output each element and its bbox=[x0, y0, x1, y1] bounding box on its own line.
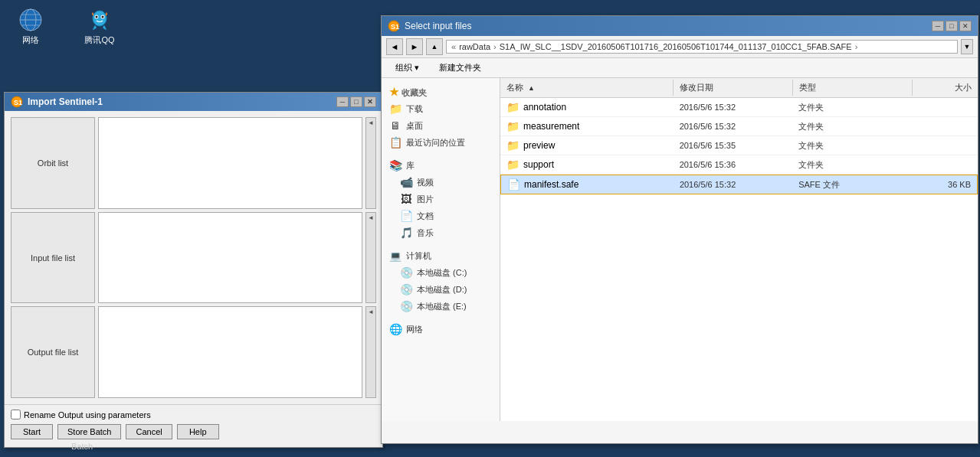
file-type-cell: 文件夹 bbox=[792, 100, 912, 115]
desktop: 网络 腾讯QQ bbox=[0, 0, 980, 457]
back-button[interactable]: ◄ bbox=[386, 38, 403, 55]
output-panel: Output file list ◄ bbox=[11, 306, 376, 398]
table-row[interactable]: 📄manifest.safe2016/5/6 15:32SAFE 文件36 KB bbox=[500, 175, 978, 194]
rename-checkbox[interactable] bbox=[11, 410, 21, 419]
folder-icon: 📁 bbox=[506, 101, 519, 113]
sidebar-item-recent[interactable]: 📋 最近访问的位置 bbox=[385, 134, 497, 151]
drive-c-label: 本地磁盘 (C:) bbox=[417, 267, 467, 279]
svg-text:S1: S1 bbox=[14, 99, 22, 106]
sidebar-item-network[interactable]: 🌐 网络 bbox=[385, 321, 497, 338]
dialog-close-button[interactable]: ✕ bbox=[959, 21, 972, 31]
output-scroll-arrow: ◄ bbox=[368, 308, 374, 315]
sidebar-item-download[interactable]: 📁 下载 bbox=[385, 100, 497, 117]
new-folder-button[interactable]: 新建文件夹 bbox=[433, 60, 487, 75]
file-size-cell: 36 KB bbox=[911, 178, 977, 191]
col-date-label: 修改日期 bbox=[680, 83, 713, 92]
col-header-type[interactable]: 类型 bbox=[793, 80, 913, 96]
output-list[interactable] bbox=[98, 306, 362, 398]
input-list[interactable] bbox=[98, 212, 362, 304]
batch-label: Batch bbox=[71, 442, 93, 451]
col-size-label: 大小 bbox=[955, 83, 972, 92]
path-dropdown-button[interactable]: ▼ bbox=[961, 39, 973, 54]
file-size-cell bbox=[912, 144, 978, 147]
table-row[interactable]: 📁measurement2016/5/6 15:32文件夹 bbox=[500, 117, 978, 136]
drive-e-icon: 💿 bbox=[400, 300, 412, 312]
output-label-text: Output file list bbox=[28, 348, 79, 357]
orbit-scrollbar[interactable]: ◄ bbox=[365, 117, 376, 209]
path-bar[interactable]: « rawData › S1A_IW_SLC__1SDV_20160506T10… bbox=[446, 40, 958, 54]
dialog-minimize-button[interactable]: ─ bbox=[932, 21, 944, 31]
desktop-icon-sidebar: 🖥 bbox=[389, 119, 402, 132]
rename-checkbox-label[interactable]: Rename Output using parameters bbox=[11, 410, 151, 419]
sidebar-library-header[interactable]: 📚 库 bbox=[385, 157, 497, 174]
sidebar-item-drive-e[interactable]: 💿 本地磁盘 (E:) bbox=[385, 298, 497, 315]
sidebar-item-music[interactable]: 🎵 音乐 bbox=[385, 224, 497, 241]
recent-icon: 📋 bbox=[389, 136, 402, 149]
help-button[interactable]: Help bbox=[177, 424, 219, 439]
video-label: 视频 bbox=[417, 177, 434, 188]
file-list-header: 名称 ▲ 修改日期 类型 大小 bbox=[500, 78, 978, 98]
network-desktop-icon[interactable]: 网络 bbox=[8, 8, 54, 46]
store-batch-button[interactable]: Store Batch bbox=[57, 424, 121, 439]
close-button[interactable]: ✕ bbox=[364, 96, 376, 107]
computer-icon: 💻 bbox=[389, 250, 402, 262]
file-size-cell bbox=[912, 106, 978, 109]
qq-icon bbox=[87, 8, 112, 32]
file-name-text: annotation bbox=[523, 102, 566, 113]
import-body: Orbit list ◄ Input file list ◄ bbox=[5, 111, 382, 404]
favorites-label: 收藏夹 bbox=[402, 88, 427, 97]
folder-icon: 📁 bbox=[506, 158, 519, 171]
sidebar-computer-header[interactable]: 💻 计算机 bbox=[385, 247, 497, 264]
sidebar-item-documents[interactable]: 📄 文档 bbox=[385, 207, 497, 224]
orbit-list[interactable] bbox=[98, 117, 362, 209]
import-footer: Rename Output using parameters Start Sto… bbox=[5, 404, 382, 444]
file-name-cell: 📁support bbox=[500, 157, 674, 172]
col-header-date[interactable]: 修改日期 bbox=[674, 80, 793, 96]
file-name-text: preview bbox=[523, 140, 555, 151]
col-header-size[interactable]: 大小 bbox=[913, 80, 978, 96]
up-button[interactable]: ▲ bbox=[426, 38, 443, 55]
table-row[interactable]: 📁support2016/5/6 15:36文件夹 bbox=[500, 155, 978, 175]
folder-icon: 📁 bbox=[506, 139, 519, 152]
sidebar-item-desktop[interactable]: 🖥 桌面 bbox=[385, 117, 497, 134]
sidebar-item-video[interactable]: 📹 视频 bbox=[385, 174, 497, 191]
sort-arrow: ▲ bbox=[528, 84, 535, 92]
table-row[interactable]: 📁preview2016/5/6 15:35文件夹 bbox=[500, 136, 978, 155]
cancel-button[interactable]: Cancel bbox=[126, 424, 172, 439]
music-icon: 🎵 bbox=[400, 227, 412, 239]
sidebar-item-pictures[interactable]: 🖼 图片 bbox=[385, 191, 497, 207]
qq-desktop-icon[interactable]: 腾讯QQ bbox=[77, 8, 123, 46]
file-name-cell: 📁annotation bbox=[500, 100, 674, 115]
favorites-section: ★ 收藏夹 📁 下载 🖥 桌面 📋 最近访问的位置 bbox=[385, 84, 497, 151]
maximize-button[interactable]: □ bbox=[350, 96, 362, 107]
sidebar-recent-label: 最近访问的位置 bbox=[406, 137, 465, 149]
output-scrollbar[interactable]: ◄ bbox=[365, 306, 376, 398]
file-type-cell: SAFE 文件 bbox=[792, 178, 911, 192]
col-type-label: 类型 bbox=[799, 83, 816, 92]
rename-label-text: Rename Output using parameters bbox=[24, 410, 151, 419]
sidebar-item-drive-d[interactable]: 💿 本地磁盘 (D:) bbox=[385, 281, 497, 298]
organize-button[interactable]: 组织 ▾ bbox=[389, 60, 425, 75]
drive-c-icon: 💿 bbox=[400, 266, 412, 279]
music-label: 音乐 bbox=[417, 227, 434, 239]
minimize-button[interactable]: ─ bbox=[336, 96, 349, 107]
import-titlebar: S1 Import Sentinel-1 ─ □ ✕ bbox=[5, 93, 382, 111]
path-segment-safe[interactable]: S1A_IW_SLC__1SDV_20160506T101716_2016050… bbox=[500, 42, 852, 51]
file-dialog-titlebar: S1 Select input files ─ □ ✕ bbox=[382, 16, 978, 36]
orbit-label: Orbit list bbox=[11, 117, 95, 209]
file-name-text: manifest.safe bbox=[524, 179, 578, 190]
col-header-name[interactable]: 名称 ▲ bbox=[500, 80, 674, 96]
file-date-cell: 2016/5/6 15:36 bbox=[674, 158, 793, 171]
dialog-maximize-button[interactable]: □ bbox=[946, 21, 958, 31]
file-name-text: measurement bbox=[523, 121, 579, 132]
import-window-title: Import Sentinel-1 bbox=[28, 96, 103, 107]
table-row[interactable]: 📁annotation2016/5/6 15:32文件夹 bbox=[500, 98, 978, 117]
input-scrollbar[interactable]: ◄ bbox=[365, 212, 376, 304]
col-name-label: 名称 bbox=[506, 83, 523, 92]
path-segment-rawdata[interactable]: rawData bbox=[459, 42, 490, 51]
forward-button[interactable]: ► bbox=[406, 38, 423, 55]
file-sidebar: ★ 收藏夹 📁 下载 🖥 桌面 📋 最近访问的位置 bbox=[382, 78, 500, 421]
sidebar-item-drive-c[interactable]: 💿 本地磁盘 (C:) bbox=[385, 264, 497, 281]
start-button[interactable]: Start bbox=[11, 424, 53, 439]
file-type-cell: 文件夹 bbox=[792, 158, 912, 172]
